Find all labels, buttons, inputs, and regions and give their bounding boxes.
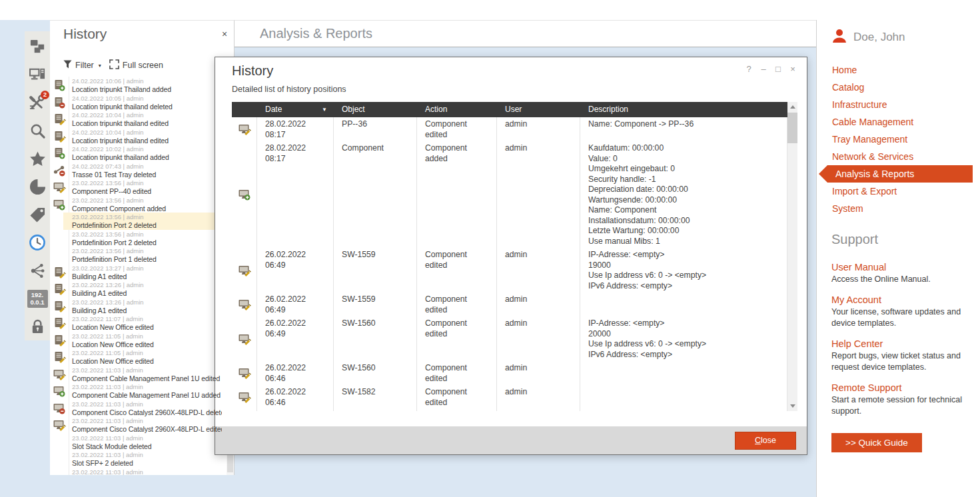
history-list-item[interactable]: 23.02.2022 11:03 | adminSlot Stack Modul…: [50, 434, 225, 451]
table-row[interactable]: 26.02.2022 06:46SW-1582Component editeda…: [232, 385, 787, 409]
scroll-up-icon[interactable]: [790, 105, 795, 109]
history-list-item[interactable]: 24.02.2022 07:43 | adminTrasse 01 Test T…: [50, 162, 225, 179]
sidebar-item-analysis-reports[interactable]: Analysis & Reports: [827, 165, 973, 183]
history-list-item[interactable]: 23.02.2022 11:03 | adminComponent Cisco …: [50, 416, 225, 434]
sidebar-item-catalog[interactable]: Catalog: [817, 79, 980, 96]
minimize-button[interactable]: –: [756, 63, 771, 75]
column-header-user[interactable]: User: [497, 102, 580, 117]
support-link-desc: Your license, software updates and devic…: [831, 306, 971, 329]
sidebar-item-import-export[interactable]: Import & Export: [817, 183, 980, 200]
scroll-down-icon[interactable]: [790, 404, 795, 408]
history-item-timestamp: 23.02.2022 11:03 | admin: [72, 383, 222, 391]
maximize-button[interactable]: □: [771, 63, 785, 75]
cell-action: Component edited: [417, 409, 497, 411]
cell-action: Component edited: [417, 117, 497, 141]
sidebar-item-network-services[interactable]: Network & Services: [817, 148, 980, 165]
cell-date: 26.02.2022 06:49: [257, 316, 334, 361]
table-row[interactable]: 26.02.2022 06:46SW-1582Component editeda…: [232, 409, 787, 411]
close-button[interactable]: Close: [735, 432, 796, 450]
cell-date: 26.02.2022 06:49: [257, 248, 334, 292]
support-link-title[interactable]: Help Center: [831, 338, 971, 349]
history-list-item[interactable]: 23.02.2022 13:56 | adminPortdefinition P…: [50, 247, 225, 264]
tag-icon[interactable]: [25, 201, 50, 229]
history-list-item[interactable]: 23.02.2022 13:26 | adminBuilding A1 edit…: [50, 298, 225, 315]
pie-chart-icon[interactable]: [25, 173, 50, 201]
history-item-text: Building A1 edited: [72, 289, 222, 297]
history-list-item[interactable]: 23.02.2022 13:56 | adminComponent Compon…: [50, 196, 225, 213]
history-panel-toolbar: Filter ▾ Full screen: [63, 59, 163, 72]
history-list-item[interactable]: 23.02.2022 13:56 | adminPortdefinition P…: [50, 230, 225, 247]
history-list-item[interactable]: 23.02.2022 11:05 | adminLocation New Off…: [50, 348, 225, 366]
history-list-item[interactable]: 23.02.2022 11:03 | adminSlot SFP+ 2 dele…: [50, 450, 225, 468]
search-icon[interactable]: [25, 117, 50, 145]
close-button[interactable]: ×: [785, 63, 800, 75]
history-list-item[interactable]: 24.02.2022 10:06 | adminLocation tripunk…: [50, 77, 225, 94]
cell-user: admin: [497, 141, 580, 248]
sidebar-item-cable-management[interactable]: Cable Management: [817, 113, 980, 131]
history-list-item[interactable]: 23.02.2022 13:27 | adminBuilding A1 edit…: [50, 264, 225, 281]
history-list-item[interactable]: 24.02.2022 10:02 | adminLocation tripunk…: [50, 145, 225, 162]
column-header-object[interactable]: Object: [334, 102, 417, 117]
scrollbar-thumb[interactable]: [787, 113, 797, 143]
favorites-icon[interactable]: [25, 145, 50, 173]
help-button[interactable]: ?: [741, 63, 756, 75]
workstation-icon[interactable]: [25, 61, 50, 89]
history-table: Date▼ObjectActionUserDescription 28.02.2…: [232, 102, 797, 411]
column-header-description[interactable]: Description: [580, 102, 787, 117]
quick-guide-button[interactable]: >> Quick Guide: [831, 433, 922, 452]
history-item-timestamp: 23.02.2022 13:27 | admin: [72, 264, 222, 272]
doc-edit-icon: [53, 283, 65, 295]
history-list: 24.02.2022 10:06 | adminLocation tripunk…: [50, 77, 225, 475]
table-row[interactable]: 26.02.2022 06:49SW-1559Component editeda…: [232, 292, 787, 316]
history-list-item[interactable]: 23.02.2022 11:03 | admin: [50, 468, 225, 476]
user-menu[interactable]: Doe, John: [831, 28, 905, 47]
table-row[interactable]: 28.02.2022 08:17ComponentComponent added…: [232, 141, 787, 248]
sidebar-item-home[interactable]: Home: [817, 61, 980, 79]
table-row[interactable]: 26.02.2022 06:49SW-1560Component editeda…: [232, 316, 787, 361]
cell-date: 28.02.2022 08:17: [257, 117, 334, 141]
column-header-date[interactable]: Date▼: [257, 102, 334, 117]
history-list-item[interactable]: 24.02.2022 10:04 | adminLocation tripunk…: [50, 111, 225, 128]
table-row[interactable]: 28.02.2022 08:17PP--36Component editedad…: [232, 117, 787, 141]
support-link-desc: Report bugs, view ticket status and requ…: [831, 350, 971, 373]
history-list-item[interactable]: 24.02.2022 10:04 | adminLocation tripunk…: [50, 128, 225, 145]
history-list-item[interactable]: 23.02.2022 11:03 | adminComponent Cisco …: [50, 400, 225, 417]
support-link-title[interactable]: Remote Support: [831, 382, 971, 393]
table-row[interactable]: 26.02.2022 06:46SW-1560Component editeda…: [232, 361, 787, 385]
lock-icon[interactable]: [25, 312, 50, 340]
network-icon[interactable]: [25, 256, 50, 284]
history-item-timestamp: 23.02.2022 11:07 | admin: [72, 315, 222, 323]
fullscreen-button[interactable]: Full screen: [109, 59, 163, 71]
support-link-title[interactable]: My Account: [831, 294, 971, 305]
history-list-item[interactable]: 23.02.2022 13:26 | adminBuilding A1 edit…: [50, 280, 225, 298]
history-list-item[interactable]: 23.02.2022 11:05 | adminLocation New Off…: [50, 332, 225, 349]
sidebar-item-tray-management[interactable]: Tray Management: [817, 131, 980, 148]
cell-date: 28.02.2022 08:17: [257, 141, 334, 248]
main-titlebar: Analysis & Reports: [235, 20, 816, 47]
table-row[interactable]: 26.02.2022 06:49SW-1559Component editeda…: [232, 248, 787, 292]
support-link-title[interactable]: User Manual: [831, 262, 971, 272]
tools-icon[interactable]: 2: [25, 89, 50, 117]
history-list-item[interactable]: 23.02.2022 11:03 | adminComponent Cable …: [50, 382, 225, 400]
history-icon[interactable]: [25, 229, 50, 256]
sidebar-item-infrastructure[interactable]: Infrastructure: [817, 96, 980, 113]
history-list-item[interactable]: 23.02.2022 11:03 | adminComponent Cable …: [50, 366, 225, 383]
history-list-item[interactable]: 23.02.2022 11:07 | adminLocation New Off…: [50, 314, 225, 332]
table-scrollbar[interactable]: [787, 102, 797, 411]
cell-object: SW-1582: [334, 409, 417, 411]
history-item-text: Building A1 edited: [72, 306, 222, 314]
ip-address-icon[interactable]: 192.0.0.1: [25, 284, 50, 312]
history-item-timestamp: 23.02.2022 11:03 | admin: [72, 468, 222, 476]
close-panel-icon[interactable]: ×: [218, 29, 231, 39]
chevron-down-icon: ▾: [99, 63, 101, 69]
history-list-item[interactable]: 24.02.2022 10:05 | adminLocation tripunk…: [50, 94, 225, 111]
sidebar-item-system[interactable]: System: [817, 200, 980, 217]
history-list-item[interactable]: 23.02.2022 13:56 | adminPortdefinition P…: [50, 213, 225, 230]
topology-icon[interactable]: [25, 33, 50, 61]
monitor-delete-icon: [53, 402, 65, 414]
history-list-item[interactable]: 23.02.2022 13:56 | adminComponent PP--40…: [50, 179, 225, 196]
filter-button[interactable]: Filter ▾: [63, 60, 101, 71]
column-header-action[interactable]: Action: [417, 102, 497, 117]
column-header-icon[interactable]: [232, 102, 257, 117]
history-item-timestamp: 24.02.2022 10:05 | admin: [72, 95, 222, 103]
